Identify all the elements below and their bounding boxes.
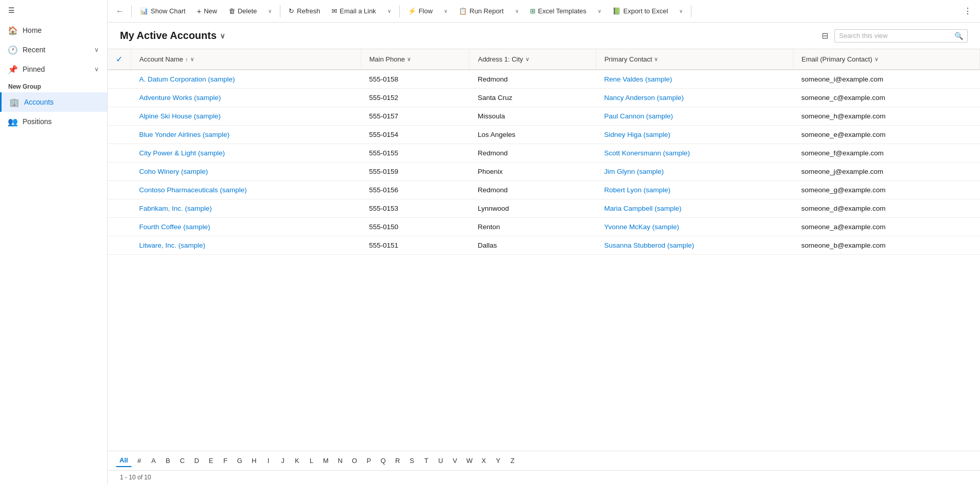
row-checkbox-7[interactable] xyxy=(108,199,131,218)
alpha-btn-I[interactable]: I xyxy=(262,455,275,467)
alpha-btn-H[interactable]: H xyxy=(248,455,261,467)
row-contact-9[interactable]: Susanna Stubberod (sample) xyxy=(596,236,793,255)
email-dropdown-icon[interactable]: ∨ xyxy=(874,56,879,63)
alpha-btn-V[interactable]: V xyxy=(448,455,462,467)
delete-dropdown-button[interactable]: ∨ xyxy=(263,6,277,16)
new-button[interactable]: + New xyxy=(192,4,222,18)
row-phone-9: 555-0151 xyxy=(361,236,469,255)
row-contact-1[interactable]: Nancy Anderson (sample) xyxy=(596,89,793,107)
row-checkbox-9[interactable] xyxy=(108,236,131,255)
sidebar-item-positions[interactable]: 👥 Positions xyxy=(0,112,107,131)
account-name-dropdown-icon[interactable]: ∨ xyxy=(190,56,194,63)
alpha-btn-F[interactable]: F xyxy=(219,455,232,467)
row-account-name-4[interactable]: City Power & Light (sample) xyxy=(131,144,361,163)
row-account-name-6[interactable]: Contoso Pharmaceuticals (sample) xyxy=(131,181,361,199)
sidebar-item-accounts[interactable]: 🏢 Accounts xyxy=(0,92,107,112)
col-city[interactable]: Address 1: City ∨ xyxy=(469,49,596,70)
delete-button[interactable]: 🗑 Delete xyxy=(223,5,262,17)
row-checkbox-2[interactable] xyxy=(108,107,131,126)
main-phone-dropdown-icon[interactable]: ∨ xyxy=(407,56,411,63)
primary-contact-dropdown-icon[interactable]: ∨ xyxy=(654,56,658,63)
table-row: Coho Winery (sample) 555-0159 Phoenix Ji… xyxy=(108,163,980,181)
row-account-name-9[interactable]: Litware, Inc. (sample) xyxy=(131,236,361,255)
run-report-dropdown-button[interactable]: ∨ xyxy=(510,6,524,16)
view-title-dropdown-button[interactable]: ∨ xyxy=(220,32,225,40)
email-link-dropdown-button[interactable]: ∨ xyxy=(382,6,396,16)
row-checkbox-3[interactable] xyxy=(108,126,131,144)
alpha-btn-U[interactable]: U xyxy=(434,455,447,467)
row-checkbox-5[interactable] xyxy=(108,163,131,181)
alpha-btn-G[interactable]: G xyxy=(233,455,247,467)
excel-templates-button[interactable]: ⊞ Excel Templates xyxy=(525,5,591,17)
alpha-btn-J[interactable]: J xyxy=(276,455,290,467)
row-contact-8[interactable]: Yvonne McKay (sample) xyxy=(596,218,793,236)
row-contact-3[interactable]: Sidney Higa (sample) xyxy=(596,126,793,144)
alpha-btn-P[interactable]: P xyxy=(362,455,376,467)
alpha-btn-O[interactable]: O xyxy=(348,455,361,467)
col-main-phone[interactable]: Main Phone ∨ xyxy=(361,49,469,70)
alpha-btn-D[interactable]: D xyxy=(190,455,203,467)
row-account-name-1[interactable]: Adventure Works (sample) xyxy=(131,89,361,107)
row-checkbox-0[interactable] xyxy=(108,70,131,89)
row-contact-2[interactable]: Paul Cannon (sample) xyxy=(596,107,793,126)
alpha-btn-N[interactable]: N xyxy=(334,455,347,467)
alpha-btn-Y[interactable]: Y xyxy=(492,455,505,467)
alpha-btn-A[interactable]: A xyxy=(147,455,160,467)
row-checkbox-4[interactable] xyxy=(108,144,131,163)
alpha-btn-M[interactable]: M xyxy=(319,455,333,467)
alpha-btn-Z[interactable]: Z xyxy=(506,455,519,467)
row-account-name-7[interactable]: Fabrikam, Inc. (sample) xyxy=(131,199,361,218)
back-button[interactable]: ← xyxy=(112,4,128,18)
alpha-btn-E[interactable]: E xyxy=(205,455,218,467)
row-contact-0[interactable]: Rene Valdes (sample) xyxy=(596,70,793,89)
alpha-btn-#[interactable]: # xyxy=(133,455,146,467)
more-options-button[interactable]: ⋮ xyxy=(959,4,976,18)
select-all-checkbox[interactable]: ✓ xyxy=(116,55,122,64)
row-account-name-8[interactable]: Fourth Coffee (sample) xyxy=(131,218,361,236)
alpha-btn-W[interactable]: W xyxy=(463,455,476,467)
col-email[interactable]: Email (Primary Contact) ∨ xyxy=(793,49,979,70)
flow-button[interactable]: ⚡ Flow xyxy=(403,5,438,17)
table-row: Fourth Coffee (sample) 555-0150 Renton Y… xyxy=(108,218,980,236)
alpha-btn-R[interactable]: R xyxy=(391,455,404,467)
row-contact-4[interactable]: Scott Konersmann (sample) xyxy=(596,144,793,163)
col-check[interactable]: ✓ xyxy=(108,49,131,70)
city-dropdown-icon[interactable]: ∨ xyxy=(525,56,529,63)
run-report-button[interactable]: 📋 Run Report xyxy=(454,5,508,17)
flow-dropdown-button[interactable]: ∨ xyxy=(439,6,453,16)
show-chart-button[interactable]: 📊 Show Chart xyxy=(135,5,191,17)
alpha-btn-L[interactable]: L xyxy=(305,455,318,467)
row-contact-6[interactable]: Robert Lyon (sample) xyxy=(596,181,793,199)
export-excel-dropdown-button[interactable]: ∨ xyxy=(674,6,688,16)
col-primary-contact[interactable]: Primary Contact ∨ xyxy=(596,49,793,70)
row-account-name-5[interactable]: Coho Winery (sample) xyxy=(131,163,361,181)
filter-button[interactable]: ⊟ xyxy=(820,29,830,43)
alpha-btn-S[interactable]: S xyxy=(405,455,419,467)
export-excel-button[interactable]: 📗 Export to Excel xyxy=(607,5,673,17)
alpha-btn-Q[interactable]: Q xyxy=(377,455,390,467)
col-account-name[interactable]: Account Name ↑ ∨ xyxy=(131,49,361,70)
alpha-btn-C[interactable]: C xyxy=(176,455,189,467)
sidebar-item-home[interactable]: 🏠 Home xyxy=(0,21,107,40)
alpha-btn-K[interactable]: K xyxy=(291,455,304,467)
row-contact-5[interactable]: Jim Glynn (sample) xyxy=(596,163,793,181)
row-contact-7[interactable]: Maria Campbell (sample) xyxy=(596,199,793,218)
hamburger-button[interactable]: ☰ xyxy=(0,0,107,21)
sidebar-item-recent[interactable]: 🕐 Recent ∨ xyxy=(0,40,107,59)
sidebar-item-pinned[interactable]: 📌 Pinned ∨ xyxy=(0,59,107,79)
excel-templates-dropdown-button[interactable]: ∨ xyxy=(593,6,606,16)
excel-templates-icon: ⊞ xyxy=(530,7,536,15)
alpha-btn-T[interactable]: T xyxy=(420,455,433,467)
refresh-button[interactable]: ↻ Refresh xyxy=(283,5,325,17)
search-input[interactable] xyxy=(839,32,951,39)
row-checkbox-8[interactable] xyxy=(108,218,131,236)
alpha-btn-B[interactable]: B xyxy=(161,455,175,467)
row-account-name-3[interactable]: Blue Yonder Airlines (sample) xyxy=(131,126,361,144)
row-account-name-2[interactable]: Alpine Ski House (sample) xyxy=(131,107,361,126)
email-link-button[interactable]: ✉ Email a Link xyxy=(326,5,381,17)
row-checkbox-1[interactable] xyxy=(108,89,131,107)
alpha-btn-All[interactable]: All xyxy=(116,454,132,467)
row-checkbox-6[interactable] xyxy=(108,181,131,199)
alpha-btn-X[interactable]: X xyxy=(477,455,491,467)
row-account-name-0[interactable]: A. Datum Corporation (sample) xyxy=(131,70,361,89)
